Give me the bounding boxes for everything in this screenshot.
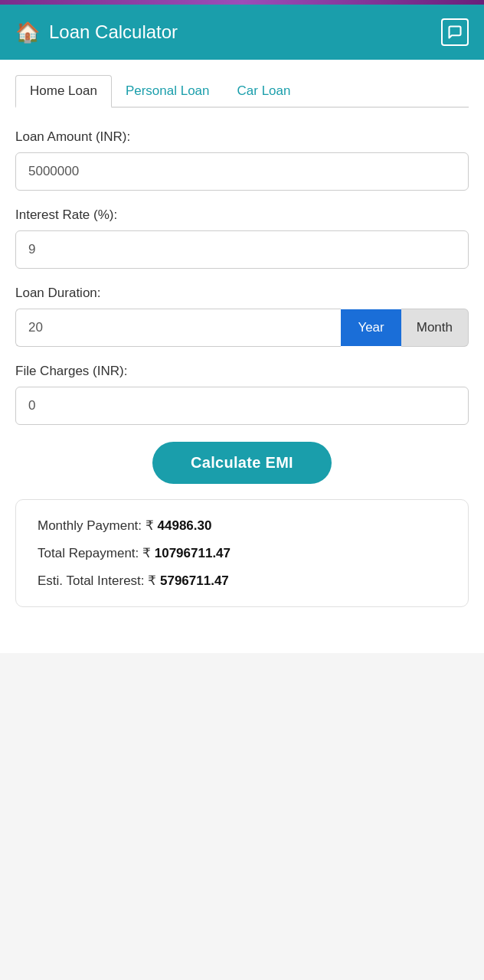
app-header: 🏠 Loan Calculator	[0, 5, 484, 60]
interest-rate-group: Interest Rate (%):	[15, 207, 469, 269]
home-icon: 🏠	[15, 21, 40, 44]
interest-rate-label: Interest Rate (%):	[15, 207, 469, 223]
total-interest-currency: ₹	[148, 573, 156, 588]
duration-row: Year Month	[15, 309, 469, 347]
tab-car-loan[interactable]: Car Loan	[224, 76, 305, 106]
calculate-emi-button[interactable]: Calculate EMI	[152, 442, 332, 484]
total-repayment-currency: ₹	[142, 546, 151, 560]
monthly-payment-label: Monthly Payment:	[38, 518, 146, 533]
file-charges-group: File Charges (INR):	[15, 364, 469, 425]
year-button[interactable]: Year	[341, 309, 401, 346]
monthly-payment-row: Monthly Payment: ₹ 44986.30	[38, 517, 446, 535]
total-repayment-row: Total Repayment: ₹ 10796711.47	[38, 544, 446, 563]
monthly-payment-currency: ₹	[146, 518, 154, 533]
month-button[interactable]: Month	[401, 309, 469, 347]
loan-amount-input[interactable]	[15, 152, 469, 191]
tab-home-loan[interactable]: Home Loan	[15, 75, 112, 108]
total-interest-value: 5796711.47	[160, 573, 229, 588]
loan-duration-group: Loan Duration: Year Month	[15, 286, 469, 347]
monthly-payment-value: 44986.30	[158, 518, 212, 533]
loan-tabs: Home Loan Personal Loan Car Loan	[15, 75, 469, 108]
total-repayment-value: 10796711.47	[155, 546, 231, 560]
total-interest-label: Esti. Total Interest:	[38, 573, 148, 588]
file-charges-label: File Charges (INR):	[15, 364, 469, 379]
loan-duration-input[interactable]	[15, 309, 341, 347]
interest-rate-input[interactable]	[15, 230, 469, 269]
main-content: Home Loan Personal Loan Car Loan Loan Am…	[0, 60, 484, 653]
tab-personal-loan[interactable]: Personal Loan	[112, 76, 224, 106]
total-interest-row: Esti. Total Interest: ₹ 5796711.47	[38, 572, 446, 590]
chat-icon[interactable]	[441, 18, 469, 46]
loan-amount-label: Loan Amount (INR):	[15, 129, 469, 145]
bottom-spacer	[15, 615, 469, 638]
total-repayment-label: Total Repayment:	[38, 546, 142, 560]
app-title: Loan Calculator	[49, 21, 178, 43]
loan-amount-group: Loan Amount (INR):	[15, 129, 469, 191]
file-charges-input[interactable]	[15, 387, 469, 425]
loan-duration-label: Loan Duration:	[15, 286, 469, 301]
header-left: 🏠 Loan Calculator	[15, 21, 178, 44]
results-card: Monthly Payment: ₹ 44986.30 Total Repaym…	[15, 499, 469, 607]
